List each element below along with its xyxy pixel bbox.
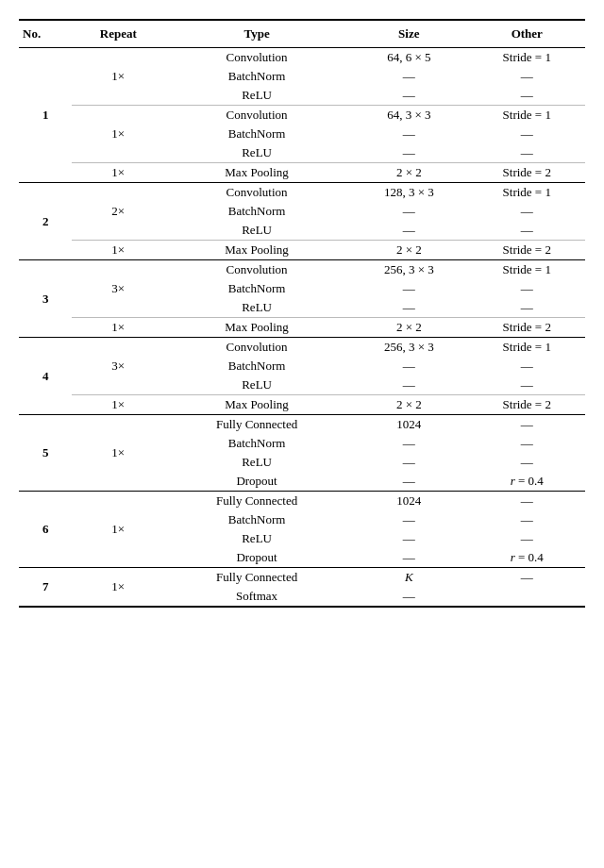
col-header-other: Other <box>469 20 585 48</box>
group-no: 5 <box>19 415 72 492</box>
row-type: BatchNorm <box>164 510 349 529</box>
row-other: Stride = 1 <box>469 338 585 358</box>
row-other: — <box>469 529 585 548</box>
row-size: — <box>349 434 468 453</box>
row-size: 2 × 2 <box>349 395 468 415</box>
row-size: — <box>349 67 468 86</box>
row-size: — <box>349 510 468 529</box>
row-size: — <box>349 376 468 395</box>
row-size: 64, 6 × 5 <box>349 48 468 68</box>
col-header-type: Type <box>164 20 349 48</box>
table-row: 71×Fully ConnectedK— <box>19 568 585 588</box>
subgroup-repeat: 1× <box>72 241 164 260</box>
row-other: Stride = 1 <box>469 48 585 68</box>
subgroup-repeat: 1× <box>72 106 164 163</box>
row-other: r = 0.4 <box>469 548 585 568</box>
subgroup-repeat: 3× <box>72 338 164 395</box>
row-type: Max Pooling <box>164 163 349 183</box>
row-size: — <box>349 125 468 143</box>
row-other: Stride = 2 <box>469 241 585 260</box>
table-row: 43×Convolution256, 3 × 3Stride = 1 <box>19 338 585 358</box>
subgroup-repeat: 1× <box>72 395 164 415</box>
row-type: Fully Connected <box>164 415 349 435</box>
row-type: ReLU <box>164 221 349 241</box>
row-other: r = 0.4 <box>469 472 585 492</box>
row-size: — <box>349 279 468 298</box>
group-no: 3 <box>19 260 72 338</box>
row-other: — <box>469 86 585 106</box>
row-type: BatchNorm <box>164 125 349 143</box>
row-other: — <box>469 415 585 435</box>
row-type: BatchNorm <box>164 67 349 86</box>
row-other: Stride = 1 <box>469 106 585 125</box>
row-size: — <box>349 548 468 568</box>
subgroup-repeat: 1× <box>72 568 164 608</box>
col-header-no: No. <box>19 20 72 48</box>
architecture-table: No. Repeat Type Size Other 11×Convolutio… <box>19 19 585 608</box>
row-size: 256, 3 × 3 <box>349 338 468 358</box>
row-other: Stride = 2 <box>469 163 585 183</box>
row-type: ReLU <box>164 453 349 472</box>
subgroup-repeat: 3× <box>72 260 164 318</box>
row-type: Max Pooling <box>164 318 349 338</box>
table-row: 22×Convolution128, 3 × 3Stride = 1 <box>19 183 585 203</box>
row-other: Stride = 2 <box>469 395 585 415</box>
row-size: K <box>349 568 468 588</box>
row-other: — <box>469 568 585 588</box>
subgroup-repeat: 1× <box>72 48 164 106</box>
row-other: — <box>469 510 585 529</box>
row-type: Convolution <box>164 106 349 125</box>
row-size: — <box>349 202 468 221</box>
group-no: 1 <box>19 48 72 183</box>
row-size: 1024 <box>349 492 468 511</box>
row-other: — <box>469 434 585 453</box>
table-row: 1×Convolution64, 3 × 3Stride = 1 <box>19 106 585 125</box>
row-size: — <box>349 86 468 106</box>
row-size: — <box>349 221 468 241</box>
row-other <box>469 587 585 607</box>
row-type: Max Pooling <box>164 395 349 415</box>
row-size: — <box>349 453 468 472</box>
col-header-size: Size <box>349 20 468 48</box>
header-row: No. Repeat Type Size Other <box>19 20 585 48</box>
row-other: — <box>469 453 585 472</box>
table-row: 1×Max Pooling2 × 2Stride = 2 <box>19 241 585 260</box>
col-header-repeat: Repeat <box>72 20 164 48</box>
row-size: 64, 3 × 3 <box>349 106 468 125</box>
row-size: 2 × 2 <box>349 241 468 260</box>
row-type: Convolution <box>164 260 349 280</box>
row-other: — <box>469 357 585 376</box>
table-row: 1×Max Pooling2 × 2Stride = 2 <box>19 318 585 338</box>
table-row: 1×Max Pooling2 × 2Stride = 2 <box>19 163 585 183</box>
row-type: ReLU <box>164 529 349 548</box>
row-other: Stride = 1 <box>469 260 585 280</box>
row-type: BatchNorm <box>164 434 349 453</box>
table-row: 11×Convolution64, 6 × 5Stride = 1 <box>19 48 585 68</box>
row-size: 1024 <box>349 415 468 435</box>
row-other: Stride = 1 <box>469 183 585 203</box>
row-other: — <box>469 492 585 511</box>
table-row: 51×Fully Connected1024— <box>19 415 585 435</box>
row-size: — <box>349 587 468 607</box>
row-size: 2 × 2 <box>349 318 468 338</box>
row-size: — <box>349 529 468 548</box>
subgroup-repeat: 1× <box>72 492 164 568</box>
row-type: BatchNorm <box>164 202 349 221</box>
row-type: Dropout <box>164 548 349 568</box>
row-type: Convolution <box>164 338 349 358</box>
row-type: Convolution <box>164 183 349 203</box>
row-size: — <box>349 357 468 376</box>
row-size: — <box>349 143 468 163</box>
row-other: — <box>469 298 585 318</box>
row-other: — <box>469 143 585 163</box>
row-type: BatchNorm <box>164 357 349 376</box>
row-other: — <box>469 221 585 241</box>
table-row: 61×Fully Connected1024— <box>19 492 585 511</box>
row-size: 256, 3 × 3 <box>349 260 468 280</box>
subgroup-repeat: 1× <box>72 163 164 183</box>
row-type: Max Pooling <box>164 241 349 260</box>
row-type: Convolution <box>164 48 349 68</box>
row-size: 128, 3 × 3 <box>349 183 468 203</box>
group-no: 4 <box>19 338 72 415</box>
row-type: ReLU <box>164 86 349 106</box>
